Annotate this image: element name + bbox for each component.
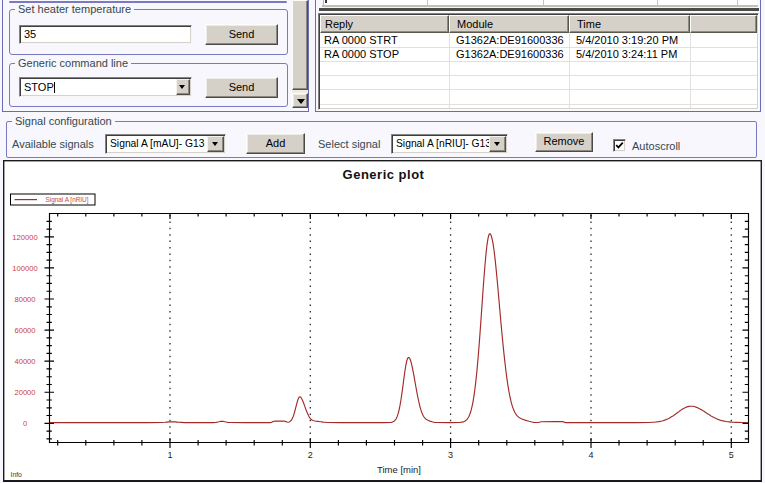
svg-text:5: 5 — [729, 450, 734, 460]
svg-text:2: 2 — [308, 450, 313, 460]
svg-text:Signal A [nRIU]: Signal A [nRIU] — [46, 196, 89, 204]
svg-text:Time [min]: Time [min] — [377, 464, 421, 475]
svg-text:Info: Info — [11, 471, 23, 478]
svg-text:60000: 60000 — [14, 326, 35, 335]
svg-text:40000: 40000 — [14, 357, 35, 366]
svg-text:0: 0 — [23, 419, 27, 428]
svg-text:Generic plot: Generic plot — [343, 167, 425, 182]
svg-text:120000: 120000 — [12, 233, 37, 242]
svg-text:100000: 100000 — [12, 264, 37, 273]
svg-text:80000: 80000 — [14, 295, 35, 304]
svg-text:20000: 20000 — [14, 388, 35, 397]
svg-text:1: 1 — [167, 450, 172, 460]
svg-text:4: 4 — [588, 450, 593, 460]
svg-text:3: 3 — [448, 450, 453, 460]
